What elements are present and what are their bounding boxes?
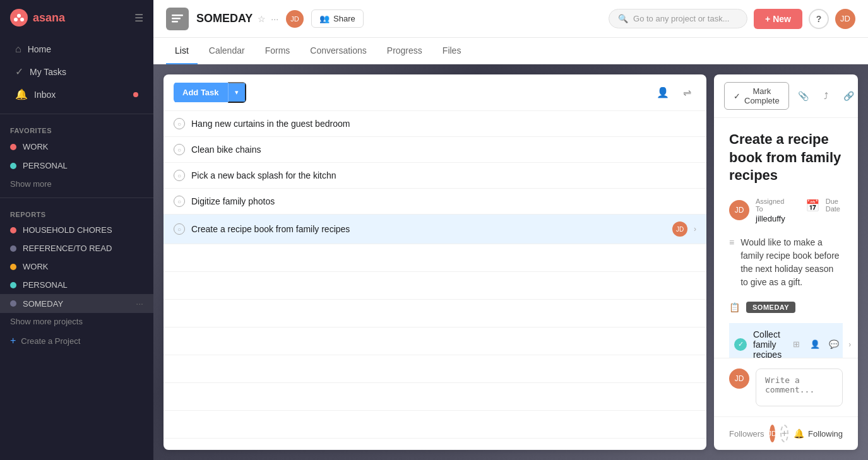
show-more-projects-link[interactable]: Show more projects	[0, 313, 153, 330]
tab-forms[interactable]: Forms	[256, 38, 299, 64]
task-check-5[interactable]: ○	[174, 223, 185, 235]
following-button[interactable]: 🔔 Following	[794, 428, 843, 439]
link-icon-button[interactable]: 🔗	[840, 86, 858, 105]
sidebar-item-personal2[interactable]: PERSONAL	[0, 276, 153, 294]
filter-icon-button[interactable]: ⇌	[677, 83, 696, 102]
task-check-3[interactable]: ○	[174, 170, 185, 181]
someday-label: SOMEDAY	[23, 299, 63, 309]
task-check-1[interactable]: ○	[174, 118, 185, 129]
sidebar-item-home[interactable]: ⌂ Home	[5, 38, 148, 60]
detail-title: Create a recipe book from family recipes	[729, 131, 843, 185]
sidebar-item-work[interactable]: WORK	[0, 138, 153, 156]
task-check-4[interactable]: ○	[174, 196, 185, 207]
task-row-5[interactable]: ○ Create a recipe book from family recip…	[163, 215, 706, 244]
reference-label: REFERENCE/TO READ	[23, 244, 112, 253]
description-text: Would like to make a family recipe book …	[740, 236, 843, 289]
comment-area: JD	[714, 358, 858, 416]
sidebar-item-household[interactable]: HOUSEHOLD CHORES	[0, 221, 153, 239]
user-avatar[interactable]: JD	[835, 9, 855, 29]
task-expand-icon-5[interactable]: ›	[694, 225, 696, 233]
task-list-toolbar-right: 👤 ⇌	[653, 83, 696, 102]
sidebar-home-label: Home	[28, 44, 51, 54]
subtask-icon-button[interactable]: ⤴	[817, 86, 836, 105]
new-label: New	[773, 14, 791, 24]
sidebar-item-work2[interactable]: WORK	[0, 257, 153, 276]
asana-logo[interactable]: asana	[10, 9, 65, 27]
create-project-button[interactable]: + Create a Project	[0, 330, 153, 351]
star-icon[interactable]: ☆	[258, 14, 266, 24]
share-button[interactable]: 👥 Share	[311, 9, 364, 28]
project-owner-avatar: JD	[286, 10, 304, 28]
task-row-4[interactable]: ○ Digitize family photos	[163, 189, 706, 215]
subtask-check-1[interactable]: ✓	[734, 338, 747, 351]
checkmark-icon: ✓	[734, 91, 740, 101]
task-row-2[interactable]: ○ Clean bike chains	[163, 137, 706, 163]
subtask-row-1[interactable]: ✓ Collect family recipes ⊞ 👤 💬 ›	[729, 323, 843, 358]
attachment-icon-button[interactable]: 📎	[794, 86, 813, 105]
detail-panel: ✓ Mark Complete 📎 ⤴ 🔗 👍 ··· ✕ Create a r…	[714, 74, 858, 450]
subtask-name-1: Collect family recipes	[753, 329, 782, 358]
household-dot	[10, 227, 16, 233]
add-task-label: Add Task	[182, 88, 219, 97]
tab-list[interactable]: List	[166, 38, 198, 64]
follower-avatar-1[interactable]: JD	[770, 425, 775, 442]
sidebar-toggle-button[interactable]: ☰	[134, 12, 143, 24]
calendar-icon: 📅	[806, 199, 819, 213]
personal2-dot	[10, 282, 16, 288]
subtask-assign-icon-1[interactable]: 👤	[807, 336, 823, 353]
tab-progress[interactable]: Progress	[378, 38, 431, 64]
sidebar-item-personal[interactable]: PERSONAL	[0, 156, 153, 175]
add-task-dropdown-button[interactable]: ▾	[228, 82, 246, 103]
sidebar-item-someday[interactable]: SOMEDAY ···	[0, 294, 153, 313]
content-area: Add Task ▾ 👤 ⇌ ○ Hang new curtains in th…	[153, 64, 868, 460]
mark-complete-button[interactable]: ✓ Mark Complete	[724, 82, 789, 110]
project-title: SOMEDAY	[196, 12, 253, 25]
followers-label: Followers	[729, 429, 764, 439]
detail-project-tag: 📋 SOMEDAY	[729, 302, 843, 313]
detail-toolbar: ✓ Mark Complete 📎 ⤴ 🔗 👍 ··· ✕	[714, 74, 858, 118]
sidebar-item-reference[interactable]: REFERENCE/TO READ	[0, 239, 153, 257]
followers-area: Followers JD + 🔔 Following	[714, 416, 858, 450]
project-title-area: SOMEDAY ☆ ···	[196, 12, 278, 25]
detail-body: Create a recipe book from family recipes…	[714, 118, 858, 358]
task-list-panel: Add Task ▾ 👤 ⇌ ○ Hang new curtains in th…	[163, 74, 706, 450]
project-more-icon[interactable]: ···	[271, 14, 278, 24]
search-bar[interactable]: 🔍 Go to any project or task...	[609, 9, 747, 28]
help-button[interactable]: ?	[809, 9, 829, 29]
reference-dot	[10, 245, 16, 252]
assign-icon-button[interactable]: 👤	[653, 83, 672, 102]
subtask-comment-icon-1[interactable]: 💬	[826, 336, 842, 353]
sidebar-item-inbox[interactable]: 🔔 Inbox	[5, 83, 148, 105]
tab-files[interactable]: Files	[434, 38, 470, 64]
svg-point-0	[17, 14, 21, 18]
topbar-right: 🔍 Go to any project or task... + New ? J…	[609, 9, 855, 29]
subtasks-list: ✓ Collect family recipes ⊞ 👤 💬 › ✓ Digit…	[729, 323, 843, 358]
tab-conversations[interactable]: Conversations	[301, 38, 376, 64]
subtask-copy-icon-1[interactable]: ⊞	[788, 336, 804, 353]
add-follower-button[interactable]: +	[780, 425, 788, 442]
detail-meta: JD Assigned To jilleduffy 📅 Due Date	[729, 198, 843, 223]
work-label: WORK	[23, 142, 48, 151]
task-row-1[interactable]: ○ Hang new curtains in the guest bedroom	[163, 111, 706, 137]
work-dot	[10, 144, 16, 150]
assignee-avatar[interactable]: JD	[729, 200, 749, 220]
new-button[interactable]: + New	[754, 9, 802, 29]
comment-input[interactable]	[756, 369, 843, 406]
subtask-expand-1[interactable]: ›	[848, 340, 851, 349]
add-task-main-button[interactable]: Add Task	[174, 83, 228, 102]
show-more-link[interactable]: Show more	[0, 175, 153, 192]
someday-more-icon[interactable]: ···	[136, 298, 143, 309]
new-plus-icon: +	[765, 14, 770, 24]
add-task-button[interactable]: Add Task ▾	[174, 82, 246, 103]
task-row-3[interactable]: ○ Pick a new back splash for the kitchn	[163, 163, 706, 189]
tab-calendar[interactable]: Calendar	[200, 38, 254, 64]
tab-conversations-label: Conversations	[310, 45, 367, 56]
share-people-icon: 👥	[319, 14, 330, 23]
personal2-label: PERSONAL	[23, 280, 68, 290]
due-date-meta: 📅 Due Date	[806, 198, 843, 214]
task-check-2[interactable]: ○	[174, 144, 185, 155]
assignee-text: Assigned To jilleduffy	[756, 198, 785, 223]
assignee-name: jilleduffy	[756, 214, 785, 223]
sidebar-item-mytasks[interactable]: ✓ My Tasks	[5, 61, 148, 83]
tab-files-label: Files	[443, 45, 461, 56]
